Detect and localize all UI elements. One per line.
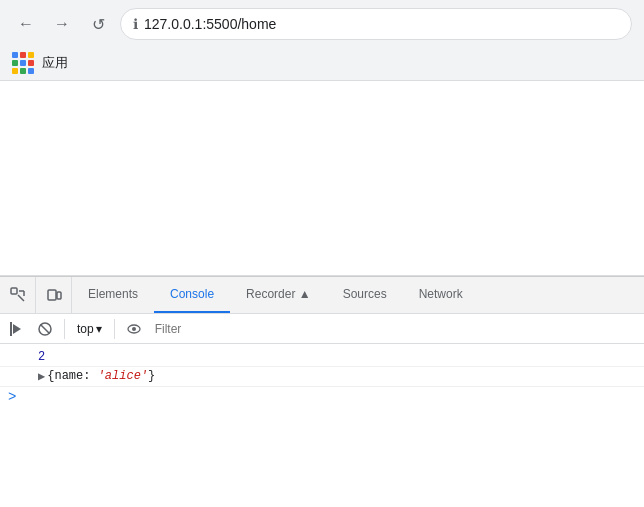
inspect-icon xyxy=(10,287,26,303)
clear-icon xyxy=(38,322,52,336)
tab-network[interactable]: Network xyxy=(403,277,479,313)
expand-arrow[interactable]: ▶ xyxy=(38,369,45,384)
toolbar-divider xyxy=(64,319,65,339)
info-icon: ℹ xyxy=(133,16,138,32)
tab-console[interactable]: Console xyxy=(154,277,230,313)
devtools-panel: Elements Console Recorder ▲ Sources Netw… xyxy=(0,276,644,507)
tab-sources[interactable]: Sources xyxy=(327,277,403,313)
toolbar-divider-2 xyxy=(114,319,115,339)
devtools-console: 2 ▶ {name: 'alice'} > xyxy=(0,344,644,507)
eye-icon xyxy=(127,324,141,334)
page-content xyxy=(0,81,644,276)
execute-icon xyxy=(10,322,24,336)
filter-input[interactable] xyxy=(149,322,640,336)
apps-dot-9 xyxy=(28,68,34,74)
context-label: top xyxy=(77,322,94,336)
devtools-tabs: Elements Console Recorder ▲ Sources Netw… xyxy=(72,277,644,313)
apps-dot-5 xyxy=(20,60,26,66)
object-value: 'alice' xyxy=(98,369,148,383)
back-button[interactable]: ← xyxy=(12,10,40,38)
address-bar[interactable]: ℹ 127.0.0.1:5500/home xyxy=(120,8,632,40)
devtools-toolbar: Elements Console Recorder ▲ Sources Netw… xyxy=(0,277,644,314)
apps-dot-2 xyxy=(20,52,26,58)
svg-rect-2 xyxy=(57,292,61,299)
browser-chrome: ← → ↺ ℹ 127.0.0.1:5500/home 应用 xyxy=(0,0,644,81)
apps-dot-6 xyxy=(28,60,34,66)
apps-dot-8 xyxy=(20,68,26,74)
devtools-secondary-toolbar: top ▾ xyxy=(0,314,644,344)
object-key: name xyxy=(54,369,83,383)
bookmarks-bar: 应用 xyxy=(0,48,644,80)
svg-marker-3 xyxy=(13,324,21,334)
apps-dot-4 xyxy=(12,60,18,66)
nav-bar: ← → ↺ ℹ 127.0.0.1:5500/home xyxy=(0,0,644,48)
device-icon xyxy=(46,287,62,303)
svg-rect-0 xyxy=(11,288,17,294)
console-line-number: 2 xyxy=(0,348,644,367)
apps-dot-1 xyxy=(12,52,18,58)
execute-context-button[interactable] xyxy=(4,316,30,342)
reload-button[interactable]: ↺ xyxy=(84,10,112,38)
console-prompt-symbol: > xyxy=(8,389,16,405)
eye-filter-button[interactable] xyxy=(121,316,147,342)
svg-line-6 xyxy=(41,324,50,333)
console-value-2: 2 xyxy=(38,350,636,364)
clear-console-button[interactable] xyxy=(32,316,58,342)
console-line-object[interactable]: ▶ {name: 'alice'} xyxy=(0,367,644,387)
svg-rect-1 xyxy=(48,290,56,300)
console-prompt-line[interactable]: > xyxy=(0,387,644,407)
inspect-element-button[interactable] xyxy=(0,277,36,313)
tab-recorder[interactable]: Recorder ▲ xyxy=(230,277,327,313)
device-toolbar-button[interactable] xyxy=(36,277,72,313)
url-display: 127.0.0.1:5500/home xyxy=(144,16,276,32)
console-object-value: {name: 'alice'} xyxy=(47,369,636,383)
apps-dot-3 xyxy=(28,52,34,58)
dropdown-arrow: ▾ xyxy=(96,322,102,336)
object-colon: : xyxy=(83,369,97,383)
apps-dot-7 xyxy=(12,68,18,74)
object-brace-close: } xyxy=(148,369,155,383)
context-selector[interactable]: top ▾ xyxy=(71,320,108,338)
svg-rect-4 xyxy=(10,322,12,336)
forward-button[interactable]: → xyxy=(48,10,76,38)
tab-elements[interactable]: Elements xyxy=(72,277,154,313)
apps-icon[interactable] xyxy=(12,52,34,74)
apps-label[interactable]: 应用 xyxy=(42,54,68,72)
svg-point-8 xyxy=(132,327,136,331)
